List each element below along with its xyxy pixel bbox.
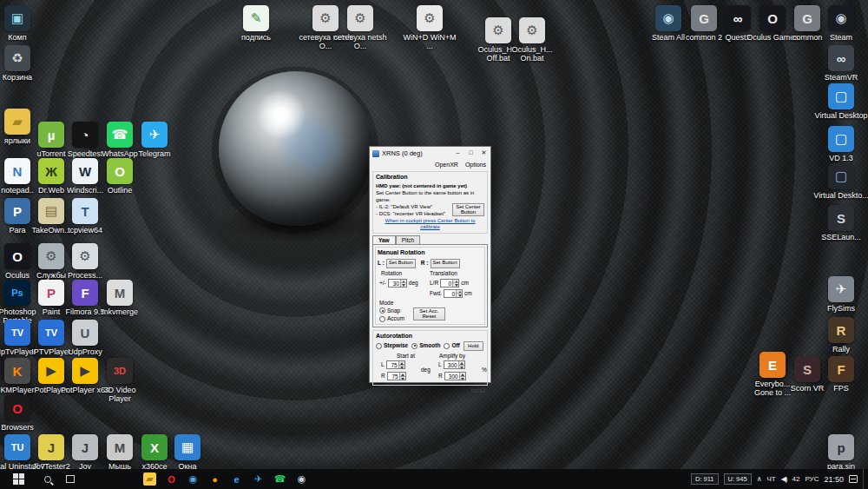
l-amp-value[interactable]: 300	[444, 361, 458, 368]
snap-radio[interactable]	[379, 307, 385, 314]
spin-down-icon[interactable]	[460, 376, 465, 380]
desktop-icon-label: Telegram	[127, 149, 182, 158]
desktop-icon-mkvmerge[interactable]: Mmkvmerge	[92, 280, 148, 316]
desktop-icon-process-explorer[interactable]: ⚙Process...	[57, 243, 113, 280]
desktop-icon-steam[interactable]: ◉Steam	[813, 5, 868, 42]
desktop-icon-virtual-desktop-2[interactable]: ▢Virtual Deskto...	[813, 163, 868, 200]
spin-down-icon[interactable]	[457, 293, 462, 297]
r-amp-value[interactable]: 300	[445, 373, 459, 380]
l-amp-spinner[interactable]: 300	[444, 360, 465, 369]
accum-radio[interactable]	[379, 316, 385, 322]
close-button[interactable]: ✕	[477, 147, 490, 160]
task-view-button[interactable]	[59, 469, 82, 489]
desktop-icon-sselaunch[interactable]: SSSELaun...	[813, 205, 868, 241]
fwd-spinner[interactable]: 0	[444, 289, 463, 298]
smooth-radio[interactable]	[411, 343, 418, 349]
tab-pitch[interactable]: Pitch	[396, 235, 420, 244]
taskbar-app-chrome[interactable]: ◉	[182, 469, 204, 489]
taskbar-app-steam[interactable]: ◉	[291, 469, 312, 489]
r-start-value[interactable]: 75	[388, 373, 399, 380]
desktop-icon-label: para.sin	[813, 462, 868, 469]
set-left-button[interactable]: Set Button	[386, 259, 416, 268]
spin-down-icon[interactable]	[459, 365, 464, 369]
net-upload-indicator[interactable]: U: 945	[724, 473, 752, 485]
rotation-spinner[interactable]: 30	[388, 279, 407, 287]
desktop-icon-label: сетевуха netsh O...	[332, 33, 388, 50]
desktop-icon-oculus-on-bat[interactable]: ⚙Oculus_H... On.bat	[504, 17, 560, 63]
l-start-spinner[interactable]: 75	[386, 360, 405, 369]
spin-down-icon[interactable]	[400, 376, 405, 380]
taskbar-app-opera[interactable]: O	[161, 469, 182, 489]
desktop-icon-rally[interactable]: RRally	[813, 317, 868, 354]
desktop-icon-label: Корзина	[0, 73, 45, 82]
desktop-icon-flysims[interactable]: ✈FlySims	[813, 276, 868, 313]
set-right-button[interactable]: Set Button	[431, 259, 460, 268]
hold-button[interactable]: Hold	[464, 341, 483, 351]
language-indicator[interactable]: РУС	[805, 475, 819, 483]
l-start-value[interactable]: 75	[387, 361, 398, 368]
edge-icon: e	[230, 472, 243, 486]
off-radio[interactable]	[444, 343, 450, 349]
taskbar-app-whatsapp[interactable]: ☎	[269, 469, 291, 489]
spin-down-icon[interactable]	[399, 365, 404, 369]
app-icon	[372, 150, 379, 157]
desktop-icon-setevuha-2[interactable]: ⚙сетевуха netsh O...	[332, 5, 388, 50]
desktop-icon-computer[interactable]: ▣Комп	[0, 5, 45, 42]
minimize-button[interactable]: –	[451, 147, 464, 160]
set-acc-reset-button[interactable]: Set Acc. Reset	[413, 307, 445, 320]
telegram-icon: ✈	[141, 122, 168, 148]
r-start-spinner[interactable]: 75	[387, 372, 406, 380]
r-amp-spinner[interactable]: 300	[444, 372, 466, 380]
spin-down-icon[interactable]	[453, 282, 458, 287]
search-button[interactable]	[36, 469, 59, 489]
spin-down-icon[interactable]	[401, 282, 406, 287]
tab-yaw[interactable]: Yaw	[372, 235, 396, 244]
rotation-value[interactable]: 30	[389, 280, 400, 287]
desktop-icon-para-sin[interactable]: ppara.sin	[813, 434, 868, 469]
desktop-icon-vd-13[interactable]: ▢VD 1.3	[813, 126, 868, 162]
desktop-icon-virtual-desktop[interactable]: ▢Virtual Desktop	[813, 83, 868, 120]
tray-day-indicator[interactable]: ЧТ	[766, 475, 775, 483]
tray-percent-indicator[interactable]: 42	[792, 475, 800, 483]
menu-openxr[interactable]: OpenXR	[435, 162, 458, 169]
desktop-icon-label: Steam	[813, 33, 868, 42]
desktop-icon-browsers[interactable]: OBrowsers	[0, 395, 45, 432]
title-bar[interactable]: XRNS (0 deg) – □ ✕	[370, 147, 490, 160]
cm-label: cm	[461, 280, 469, 287]
desktop-icon-recycle-bin[interactable]: ♻Корзина	[0, 45, 45, 82]
desktop-icon-steamvr[interactable]: ∞SteamVR	[813, 45, 868, 82]
taskbar-app-telegram[interactable]: ✈	[247, 469, 269, 489]
taskbar-app-firefox[interactable]: ●	[204, 469, 226, 489]
maximize-button[interactable]: □	[464, 147, 477, 160]
lr-value[interactable]: 0	[441, 280, 452, 287]
volume-icon[interactable]: ◀)	[781, 475, 787, 483]
desktop-icon-podpis[interactable]: ✎подпись	[228, 5, 284, 42]
taskbar-app-explorer[interactable]: ▰	[139, 469, 161, 489]
hidden-icons-chevron-icon[interactable]: ∧	[757, 475, 762, 483]
clock[interactable]: 21:50	[824, 475, 844, 484]
desktop-icon-outline[interactable]: OOutline	[92, 158, 148, 195]
set-center-button[interactable]: Set Center Button	[452, 203, 484, 216]
desktop-icon-tcpview[interactable]: Ttcpview64	[57, 198, 113, 235]
scorn-vr-icon: S	[794, 356, 820, 382]
lr-spinner[interactable]: 0	[440, 279, 459, 287]
show-desktop-button[interactable]	[863, 469, 866, 489]
fwd-value[interactable]: 0	[444, 290, 456, 297]
stepwise-radio[interactable]	[376, 343, 382, 349]
action-center-icon[interactable]	[849, 475, 858, 483]
desktop-icon-label: Oculus_H... On.bat	[504, 45, 560, 63]
net-download-indicator[interactable]: D: 911	[691, 473, 719, 485]
calibration-group: Calibration HMD yaw: (not centered in ga…	[372, 171, 488, 234]
desktop-icon-scorn-vr[interactable]: SScorn VR	[779, 356, 835, 393]
desktop-icon-udpproxy[interactable]: UUdpProxy	[57, 320, 113, 356]
start-button[interactable]	[0, 469, 36, 489]
desktop-icon-3d-video-player[interactable]: 3D3D Video Player	[92, 358, 148, 403]
desktop-icon-okna[interactable]: ▦Окна	[160, 434, 215, 469]
menu-options[interactable]: Options	[465, 162, 486, 169]
calibrate-link[interactable]: When in cockpit press Center Button to c…	[376, 218, 484, 231]
desktop-icon-win-d[interactable]: ⚙WiN+D WiN+M ...	[402, 5, 457, 50]
explorer-icon: ▰	[143, 472, 156, 486]
taskbar-app-edge[interactable]: e	[226, 469, 247, 489]
desktop-icon-telegram[interactable]: ✈Telegram	[127, 122, 182, 158]
flysims-icon: ✈	[828, 276, 854, 302]
